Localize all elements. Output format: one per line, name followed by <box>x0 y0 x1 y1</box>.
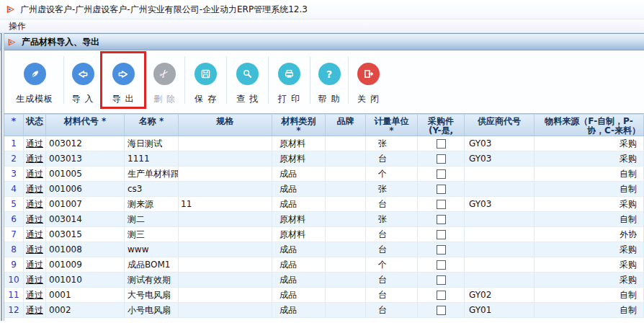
col-header-category[interactable]: 材料类别* <box>272 115 326 136</box>
cell-status[interactable]: 通过 <box>24 288 46 302</box>
purchase-checkbox[interactable] <box>437 275 446 285</box>
cell-status[interactable]: 通过 <box>24 303 46 317</box>
purchase-checkbox[interactable] <box>437 260 446 270</box>
purchase-checkbox[interactable] <box>437 139 446 149</box>
generate-template-button[interactable]: 生成模板 <box>6 50 63 114</box>
cell-supplier: GY01 <box>465 303 535 317</box>
cell-code: 0002 <box>46 303 125 317</box>
table-row[interactable]: 4通过001006cs3成品张自制 <box>4 182 644 197</box>
col-header-source[interactable]: 物料来源（F-自制，P-协，C-来料） <box>535 115 644 136</box>
cell-name: 1111 <box>125 151 179 166</box>
menu-item-operation[interactable]: 操作 <box>6 20 29 32</box>
purchase-checkbox[interactable] <box>437 200 446 209</box>
cell-category: 原材料 <box>272 151 326 166</box>
cell-unit: 台 <box>366 273 418 287</box>
export-button-label: 导 出 <box>112 93 135 105</box>
cell-num: 1 <box>4 136 24 151</box>
col-header-code[interactable]: 材料代号 * <box>46 115 125 136</box>
close-button[interactable]: 关 闭 <box>349 50 388 114</box>
purchase-checkbox[interactable] <box>437 215 446 224</box>
question-icon: ? <box>318 63 341 85</box>
cell-name: 小号电风扇 <box>125 303 179 317</box>
panel-logo-icon <box>7 37 17 47</box>
purchase-checkbox[interactable] <box>437 185 446 194</box>
cell-brand <box>326 257 366 272</box>
purchase-checkbox[interactable] <box>437 306 446 315</box>
table-row[interactable]: 6通过003014测二原材料张自制 <box>4 212 644 227</box>
cell-spec: 11 <box>179 197 272 211</box>
cell-status[interactable]: 通过 <box>24 151 46 166</box>
col-header-supplier[interactable]: 供应商代号 <box>465 115 535 136</box>
col-header-brand[interactable]: 品牌 <box>326 115 366 136</box>
printer-icon <box>278 63 300 85</box>
col-header-num[interactable]: * <box>4 115 24 136</box>
erp-window: 广州虚设客户-广州虚设客户-广州实业有限公司-企业动力ERP管理系统12.3 操… <box>0 0 644 323</box>
delete-button-label: 删 除 <box>153 93 176 105</box>
cell-name: 生产单材料跟 <box>125 167 179 181</box>
cell-num: 2 <box>4 151 24 166</box>
table-row[interactable]: 5通过001007测来源11成品台GY03采购 <box>4 197 644 212</box>
cell-supplier <box>465 182 535 196</box>
purchase-checkbox[interactable] <box>437 169 446 179</box>
cell-status[interactable]: 通过 <box>24 242 46 257</box>
purchase-checkbox[interactable] <box>437 291 446 300</box>
cell-name: 测二 <box>125 212 179 226</box>
cell-name: 大号电风扇 <box>125 288 179 302</box>
table-row[interactable]: 10通过001010测试有效期成品台采购 <box>4 273 644 288</box>
cell-purchase <box>418 197 465 211</box>
table-row[interactable]: 3通过001005生产单材料跟成品个自制 <box>4 167 644 182</box>
cell-code: 003015 <box>46 227 125 242</box>
cell-brand <box>326 227 366 242</box>
table-row[interactable]: 11通过0001大号电风扇成品台GY02自制 <box>4 288 644 303</box>
cell-status[interactable]: 通过 <box>24 167 46 181</box>
print-button[interactable]: 打 印 <box>269 50 310 114</box>
col-header-spec[interactable]: 规格 <box>179 115 272 136</box>
col-header-status[interactable]: 状态 <box>24 115 46 136</box>
cell-purchase <box>418 273 465 287</box>
col-header-unit[interactable]: 计量单位* <box>366 115 418 136</box>
cell-brand <box>326 212 366 226</box>
purchase-checkbox[interactable] <box>437 245 446 255</box>
table-row[interactable]: 1通过003012海日测试原材料张GY03采购 <box>4 136 644 151</box>
cell-status[interactable]: 通过 <box>24 227 46 242</box>
cell-unit: 台 <box>366 151 418 166</box>
cell-unit: 个 <box>366 167 418 181</box>
cell-name: www <box>125 242 179 257</box>
cell-status[interactable]: 通过 <box>24 257 46 272</box>
cell-status[interactable]: 通过 <box>24 273 46 287</box>
table-row[interactable]: 8通过001008www成品台采购 <box>4 242 644 257</box>
cell-unit: 个 <box>366 257 418 272</box>
help-button[interactable]: ?帮 助 <box>310 50 348 114</box>
cell-num: 12 <box>4 303 24 317</box>
import-button[interactable]: 导 入 <box>64 50 102 114</box>
table-row[interactable]: 12通过0002小号电风扇成品台GY01自制 <box>4 303 644 318</box>
cell-status[interactable]: 通过 <box>24 182 46 196</box>
cell-code: 001008 <box>46 242 125 257</box>
cell-category: 原材料 <box>272 212 326 226</box>
purchase-checkbox[interactable] <box>437 154 446 164</box>
cell-status[interactable]: 通过 <box>24 212 46 226</box>
cell-supplier: GY03 <box>465 151 535 166</box>
cell-purchase <box>418 212 465 226</box>
find-button[interactable]: 查 找 <box>227 50 268 114</box>
purchase-checkbox[interactable] <box>437 230 446 239</box>
export-button[interactable]: 导 出 <box>102 50 144 114</box>
table-row[interactable]: 9通过001009成品BOM1成品个采购 <box>4 257 644 273</box>
cell-source: 采购 <box>535 151 644 166</box>
table-row[interactable]: 7通过003015测三原材料台外协 <box>4 227 644 242</box>
cell-brand <box>326 288 366 302</box>
cell-source: 自制 <box>535 182 644 196</box>
cell-category: 成品 <box>272 303 326 317</box>
save-button[interactable]: 保 存 <box>185 50 226 114</box>
cell-category: 原材料 <box>272 227 326 242</box>
col-header-name[interactable]: 名称 * <box>125 115 179 136</box>
col-header-purchase[interactable]: 采购件(Y-是, <box>418 115 465 136</box>
cell-status[interactable]: 通过 <box>24 197 46 211</box>
table-row[interactable]: 2通过0030131111原材料台GY03采购 <box>4 151 644 167</box>
cell-num: 6 <box>4 212 24 226</box>
menubar: 操作 <box>0 19 644 33</box>
cell-source: 自制 <box>535 288 644 302</box>
cell-unit: 张 <box>366 212 418 226</box>
cell-name: 测来源 <box>125 197 179 211</box>
cell-status[interactable]: 通过 <box>24 136 46 151</box>
